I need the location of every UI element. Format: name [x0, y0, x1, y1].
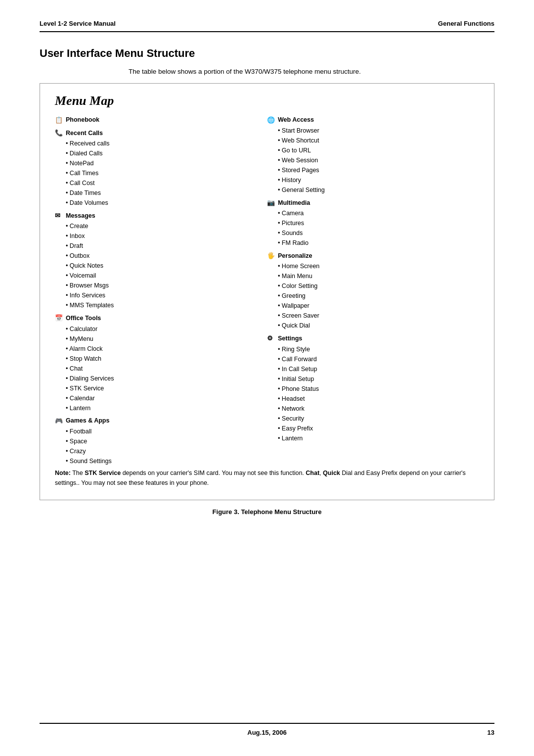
list-item: Inbox — [66, 231, 267, 241]
personalize-label: Personalize — [278, 251, 312, 261]
office_tools-icon: 📅 — [55, 313, 64, 323]
office_tools-label: Office Tools — [66, 314, 101, 323]
list-item: Ring Style — [278, 344, 479, 354]
page: Level 1-2 Service Manual General Functio… — [0, 0, 534, 756]
menu-section-recent_calls: 📞Recent Calls — [55, 128, 267, 138]
list-item: Crazy — [66, 446, 267, 456]
menu-section-phonebook: 📋Phonebook — [55, 115, 267, 125]
recent_calls-label: Recent Calls — [66, 129, 103, 138]
settings-icon: ⚙ — [267, 333, 276, 343]
list-item: Info Services — [66, 290, 267, 300]
page-footer: Aug.15, 2006 13 — [40, 723, 494, 736]
list-item: Alarm Clock — [66, 344, 267, 354]
multimedia-icon: 📷 — [267, 198, 276, 208]
list-item: Call Forward — [278, 354, 479, 364]
list-item: Browser Msgs — [66, 281, 267, 290]
list-item: Quick Dial — [278, 321, 479, 331]
menu-section-office_tools: 📅Office Tools — [55, 313, 267, 323]
games_apps-items: FootballSpaceCrazySound Settings — [66, 426, 267, 466]
list-item: Space — [66, 436, 267, 446]
web_access-icon: 🌐 — [267, 115, 276, 125]
list-item: Phone Status — [278, 384, 479, 394]
list-item: Draft — [66, 241, 267, 251]
section-title: User Interface Menu Structure — [40, 47, 494, 60]
menu-section-personalize: 🖐Personalize — [267, 251, 479, 261]
list-item: Create — [66, 221, 267, 231]
list-item: Dialed Calls — [66, 148, 267, 158]
menu-col-left: 📋Phonebook📞Recent CallsReceived callsDia… — [55, 115, 267, 466]
list-item: Football — [66, 426, 267, 436]
personalize-icon: 🖐 — [267, 251, 276, 261]
menu-columns: 📋Phonebook📞Recent CallsReceived callsDia… — [55, 115, 479, 466]
list-item: Date Volumes — [66, 198, 267, 208]
list-item: Headset — [278, 394, 479, 404]
menu-col-right: 🌐Web AccessStart BrowserWeb ShortcutGo t… — [267, 115, 479, 466]
list-item: Greeting — [278, 291, 479, 301]
web_access-label: Web Access — [278, 115, 314, 125]
page-header: Level 1-2 Service Manual General Functio… — [40, 20, 494, 32]
web_access-items: Start BrowserWeb ShortcutGo to URLWeb Se… — [278, 126, 479, 195]
list-item: Calculator — [66, 324, 267, 334]
list-item: Easy Prefix — [278, 424, 479, 433]
menu-section-web_access: 🌐Web Access — [267, 115, 479, 125]
list-item: History — [278, 175, 479, 185]
list-item: FM Radio — [278, 238, 479, 248]
games_apps-icon: 🎮 — [55, 416, 64, 426]
settings-items: Ring StyleCall ForwardIn Call SetupIniti… — [278, 344, 479, 443]
footer-date: Aug.15, 2006 — [40, 729, 494, 736]
recent_calls-icon: 📞 — [55, 128, 64, 138]
list-item: Chat — [66, 364, 267, 374]
list-item: Main Menu — [278, 271, 479, 281]
list-item: Voicemail — [66, 271, 267, 281]
list-item: Outbox — [66, 251, 267, 261]
list-item: MMS Templates — [66, 300, 267, 310]
list-item: Lantern — [278, 433, 479, 443]
figure-caption: Figure 3. Telephone Menu Structure — [40, 508, 494, 516]
office_tools-items: CalculatorMyMenuAlarm ClockStop WatchCha… — [66, 324, 267, 413]
menu-map-box: Menu Map 📋Phonebook📞Recent CallsReceived… — [40, 83, 494, 500]
list-item: Screen Saver — [278, 311, 479, 321]
list-item: Pictures — [278, 218, 479, 228]
menu-section-messages: ✉Messages — [55, 211, 267, 221]
list-item: Quick Notes — [66, 261, 267, 271]
list-item: STK Service — [66, 383, 267, 393]
list-item: MyMenu — [66, 334, 267, 344]
recent_calls-items: Received callsDialed CallsNotePadCall Ti… — [66, 139, 267, 208]
list-item: Color Setting — [278, 281, 479, 291]
list-item: Web Session — [278, 155, 479, 165]
list-item: Sounds — [278, 228, 479, 238]
list-item: NotePad — [66, 158, 267, 168]
games_apps-label: Games & Apps — [66, 416, 109, 425]
phonebook-label: Phonebook — [66, 115, 99, 125]
phonebook-icon: 📋 — [55, 115, 64, 125]
menu-section-settings: ⚙Settings — [267, 333, 479, 343]
list-item: Received calls — [66, 139, 267, 148]
list-item: Web Shortcut — [278, 136, 479, 145]
menu-map-title: Menu Map — [55, 94, 479, 108]
messages-items: CreateInboxDraftOutboxQuick NotesVoicema… — [66, 221, 267, 310]
list-item: Calendar — [66, 393, 267, 403]
list-item: Call Cost — [66, 178, 267, 188]
list-item: Home Screen — [278, 261, 479, 271]
messages-label: Messages — [66, 211, 95, 221]
list-item: Wallpaper — [278, 301, 479, 311]
list-item: Call Times — [66, 168, 267, 178]
note-box: Note: The STK Service depends on your ca… — [55, 468, 479, 488]
list-item: Initial Setup — [278, 374, 479, 384]
intro-text: The table below shows a portion of the W… — [129, 68, 494, 75]
list-item: Start Browser — [278, 126, 479, 136]
menu-section-games_apps: 🎮Games & Apps — [55, 416, 267, 426]
list-item: Lantern — [66, 403, 267, 413]
list-item: In Call Setup — [278, 364, 479, 374]
list-item: General Setting — [278, 185, 479, 195]
personalize-items: Home ScreenMain MenuColor SettingGreetin… — [278, 261, 479, 331]
footer-page: 13 — [488, 729, 494, 736]
list-item: Camera — [278, 208, 479, 218]
messages-icon: ✉ — [55, 211, 64, 221]
list-item: Stop Watch — [66, 354, 267, 364]
list-item: Dialing Services — [66, 374, 267, 383]
menu-section-multimedia: 📷Multimedia — [267, 198, 479, 208]
list-item: Sound Settings — [66, 456, 267, 466]
multimedia-items: CameraPicturesSoundsFM Radio — [278, 208, 479, 248]
header-right: General Functions — [438, 20, 494, 27]
